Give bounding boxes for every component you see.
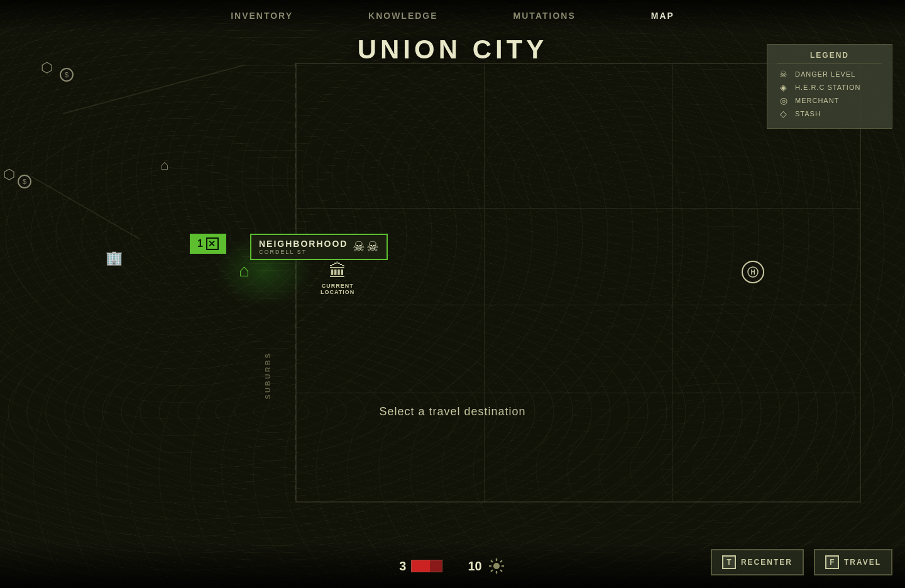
- travel-prompt: Select a travel destination: [379, 405, 525, 418]
- fuel-fill: [412, 560, 430, 572]
- legend-danger-icon: ☠: [777, 69, 790, 79]
- current-location-label: CURRENTLOCATION: [321, 283, 354, 295]
- dollar-badge-2: $: [18, 175, 31, 188]
- parts-count: 10: [468, 559, 481, 574]
- skull-icon-2: ☠: [366, 239, 379, 255]
- top-nav: INVENTORY KNOWLEDGE MUTATIONS MAP: [0, 0, 905, 31]
- legend-danger-label: DANGER LEVEL: [795, 70, 855, 78]
- quest-x-icon: ✕: [206, 237, 219, 250]
- fuel-indicator: 3: [399, 559, 442, 574]
- travel-label: TRAVEL: [844, 558, 881, 567]
- neighborhood-street: CORDELL ST: [259, 249, 348, 255]
- recenter-key: T: [722, 555, 736, 569]
- legend-title: LEGEND: [777, 51, 882, 64]
- legend-merchant-label: MERCHANT: [795, 97, 839, 104]
- action-buttons: T RECENTER F TRAVEL: [711, 549, 892, 575]
- quest-marker[interactable]: 1 ✕: [190, 234, 226, 254]
- danger-indicators: ☠ ☠: [353, 239, 379, 255]
- parts-indicator: 10: [468, 557, 505, 575]
- nav-knowledge[interactable]: KNOWLEDGE: [368, 11, 438, 21]
- quest-count: 1: [197, 238, 204, 249]
- recenter-label: RECENTER: [741, 558, 793, 567]
- nav-mutations[interactable]: MUTATIONS: [513, 11, 576, 21]
- neighborhood-panel[interactable]: NEIGHBORHOOD CORDELL ST ☠ ☠: [250, 234, 388, 260]
- current-location-icon: 🏛: [329, 261, 346, 281]
- nav-map[interactable]: MAP: [651, 11, 674, 21]
- city-grid: [295, 63, 861, 503]
- legend-herc-label: H.E.R.C STATION: [795, 84, 860, 91]
- travel-key: F: [825, 555, 839, 569]
- home-icon[interactable]: ⌂: [239, 261, 250, 281]
- svg-text:H: H: [750, 269, 755, 276]
- current-location-marker: 🏛 CURRENTLOCATION: [321, 261, 354, 295]
- legend-herc: ◈ H.E.R.C STATION: [777, 82, 882, 92]
- house-marker[interactable]: ⌂: [160, 157, 168, 173]
- legend-stash: ◇ STASH: [777, 109, 882, 119]
- herc-station-icon[interactable]: H: [742, 261, 764, 283]
- fuel-count: 3: [399, 559, 406, 574]
- skull-icon-1: ☠: [353, 239, 365, 255]
- recenter-button[interactable]: T RECENTER: [711, 549, 804, 575]
- merchant-icon-2[interactable]: ⬡: [3, 166, 15, 183]
- legend-panel: LEGEND ☠ DANGER LEVEL ◈ H.E.R.C STATION …: [767, 44, 892, 129]
- suburbs-label: SUBURBS: [264, 352, 272, 399]
- legend-stash-icon: ◇: [777, 109, 790, 119]
- merchant-icon[interactable]: ⬡: [41, 60, 53, 76]
- legend-herc-icon: ◈: [777, 82, 790, 92]
- legend-danger: ☠ DANGER LEVEL: [777, 69, 882, 79]
- legend-merchant: ◎ MERCHANT: [777, 95, 882, 106]
- dollar-badge: $: [60, 68, 74, 82]
- nav-inventory[interactable]: INVENTORY: [231, 11, 293, 21]
- neighborhood-name: NEIGHBORHOOD: [259, 239, 348, 249]
- herc-svg: H: [747, 266, 759, 278]
- legend-stash-label: STASH: [795, 110, 821, 117]
- city-title: UNION CITY: [358, 35, 548, 65]
- building-marker[interactable]: 🏢: [106, 250, 123, 266]
- fuel-bar: [411, 560, 442, 572]
- travel-button[interactable]: F TRAVEL: [814, 549, 892, 575]
- gear-icon: [487, 557, 506, 575]
- legend-merchant-icon: ◎: [777, 95, 790, 106]
